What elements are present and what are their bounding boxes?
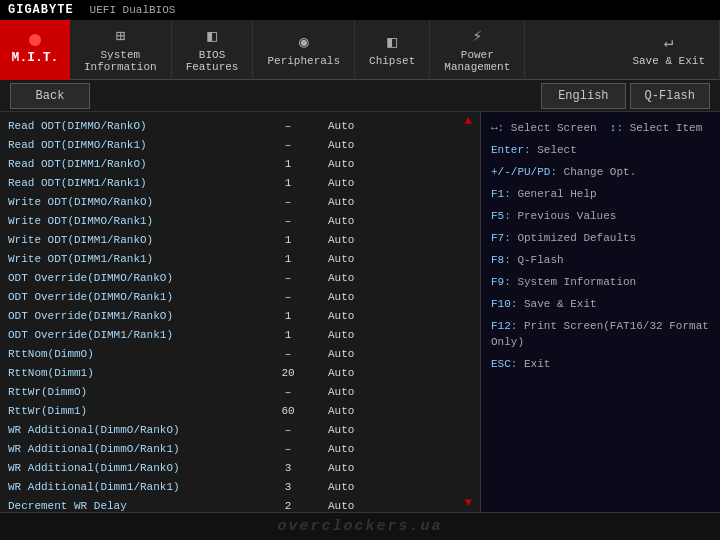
info-line: Enter: Select <box>491 142 710 158</box>
table-row[interactable]: ODT Override(DIMMO/Rank1) – Auto <box>0 287 480 306</box>
nav-chipset[interactable]: ◧ Chipset <box>355 20 430 80</box>
row-name: ODT Override(DIMM1/Rank1) <box>8 329 248 341</box>
row-setting: Auto <box>328 158 408 170</box>
row-setting: Auto <box>328 348 408 360</box>
nav-bios-features[interactable]: ◧ BIOSFeatures <box>172 20 254 80</box>
row-name: WR Additional(DimmO/Rank1) <box>8 443 248 455</box>
info-line: +/-/PU/PD: Change Opt. <box>491 164 710 180</box>
row-value: 3 <box>248 481 328 493</box>
row-value: 20 <box>248 367 328 379</box>
nav-power-management[interactable]: ⚡ PowerManagement <box>430 20 525 80</box>
info-line: F12: Print Screen(FAT16/32 Format Only) <box>491 318 710 350</box>
table-row[interactable]: Write ODT(DIMMO/RankO) – Auto <box>0 192 480 211</box>
row-value: 1 <box>248 253 328 265</box>
table-row[interactable]: ODT Override(DIMM1/RankO) 1 Auto <box>0 306 480 325</box>
table-row[interactable]: WR Additional(Dimm1/Rank1) 3 Auto <box>0 477 480 496</box>
row-value: 1 <box>248 177 328 189</box>
back-button[interactable]: Back <box>10 83 90 109</box>
peripherals-icon: ◉ <box>299 32 309 52</box>
table-row[interactable]: Decrement WR Delay 2 Auto <box>0 496 480 512</box>
row-name: Write ODT(DIMM1/RankO) <box>8 234 248 246</box>
row-setting: Auto <box>328 424 408 436</box>
row-setting: Auto <box>328 177 408 189</box>
mit-label: M.I.T. <box>12 50 59 65</box>
table-row[interactable]: Read ODT(DIMMO/RankO) – Auto <box>0 116 480 135</box>
power-icon: ⚡ <box>472 26 482 46</box>
info-line: F1: General Help <box>491 186 710 202</box>
info-line: F7: Optimized Defaults <box>491 230 710 246</box>
info-line: ↔: Select Screen ↕: Select Item <box>491 120 710 136</box>
table-row[interactable]: Write ODT(DIMMO/Rank1) – Auto <box>0 211 480 230</box>
scroll-up-indicator: ▲ <box>465 114 472 128</box>
table-row[interactable]: WR Additional(DimmO/Rank1) – Auto <box>0 439 480 458</box>
table-row[interactable]: Read ODT(DIMM1/RankO) 1 Auto <box>0 154 480 173</box>
row-setting: Auto <box>328 405 408 417</box>
row-setting: Auto <box>328 443 408 455</box>
english-button[interactable]: English <box>541 83 625 109</box>
main-content: ▲ Read ODT(DIMMO/RankO) – Auto Read ODT(… <box>0 112 720 512</box>
mit-button[interactable]: M.I.T. <box>0 20 70 80</box>
row-value: – <box>248 291 328 303</box>
table-row[interactable]: RttWr(DimmO) – Auto <box>0 382 480 401</box>
row-value: – <box>248 272 328 284</box>
row-name: Read ODT(DIMMO/RankO) <box>8 120 248 132</box>
info-line: F9: System Information <box>491 274 710 290</box>
dual-bios-label: UEFI DualBIOS <box>90 4 176 16</box>
table-row[interactable]: Read ODT(DIMM1/Rank1) 1 Auto <box>0 173 480 192</box>
nav-peripherals[interactable]: ◉ Peripherals <box>253 20 355 80</box>
nav-peripherals-label: Peripherals <box>267 55 340 67</box>
row-value: – <box>248 215 328 227</box>
row-name: ODT Override(DIMMO/Rank1) <box>8 291 248 303</box>
row-name: WR Additional(DimmO/RankO) <box>8 424 248 436</box>
table-row[interactable]: ODT Override(DIMMO/RankO) – Auto <box>0 268 480 287</box>
row-value: – <box>248 120 328 132</box>
nav-save-exit-label: Save & Exit <box>632 55 705 67</box>
save-exit-icon: ↵ <box>664 32 674 52</box>
row-setting: Auto <box>328 291 408 303</box>
info-lines: ↔: Select Screen ↕: Select ItemEnter: Se… <box>491 120 710 372</box>
row-name: Read ODT(DIMM1/RankO) <box>8 158 248 170</box>
row-name: Write ODT(DIMM1/Rank1) <box>8 253 248 265</box>
row-setting: Auto <box>328 310 408 322</box>
table-row[interactable]: WR Additional(DimmO/RankO) – Auto <box>0 420 480 439</box>
row-name: WR Additional(Dimm1/Rank1) <box>8 481 248 493</box>
bios-features-icon: ◧ <box>207 26 217 46</box>
table-row[interactable]: RttNom(DimmO) – Auto <box>0 344 480 363</box>
nav-save-exit[interactable]: ↵ Save & Exit <box>618 20 720 80</box>
watermark: overclockers.ua <box>10 518 710 535</box>
row-name: RttNom(DimmO) <box>8 348 248 360</box>
table-row[interactable]: RttWr(Dimm1) 60 Auto <box>0 401 480 420</box>
table-row[interactable]: Write ODT(DIMM1/Rank1) 1 Auto <box>0 249 480 268</box>
row-name: ODT Override(DIMM1/RankO) <box>8 310 248 322</box>
row-setting: Auto <box>328 462 408 474</box>
nav-bios-features-label: BIOSFeatures <box>186 49 239 73</box>
row-value: – <box>248 139 328 151</box>
table-area: ▲ Read ODT(DIMMO/RankO) – Auto Read ODT(… <box>0 112 480 512</box>
table-row[interactable]: RttNom(Dimm1) 20 Auto <box>0 363 480 382</box>
row-setting: Auto <box>328 139 408 151</box>
table-rows: Read ODT(DIMMO/RankO) – Auto Read ODT(DI… <box>0 116 480 512</box>
nav-system-information-label: SystemInformation <box>84 49 157 73</box>
row-setting: Auto <box>328 272 408 284</box>
info-panel: ↔: Select Screen ↕: Select ItemEnter: Se… <box>480 112 720 512</box>
qflash-button[interactable]: Q-Flash <box>630 83 710 109</box>
row-value: 60 <box>248 405 328 417</box>
table-row[interactable]: Write ODT(DIMM1/RankO) 1 Auto <box>0 230 480 249</box>
row-name: Read ODT(DIMM1/Rank1) <box>8 177 248 189</box>
row-name: Write ODT(DIMMO/RankO) <box>8 196 248 208</box>
row-setting: Auto <box>328 253 408 265</box>
table-row[interactable]: WR Additional(Dimm1/RankO) 3 Auto <box>0 458 480 477</box>
row-name: Write ODT(DIMMO/Rank1) <box>8 215 248 227</box>
brand-logo: GIGABYTE <box>8 3 74 17</box>
mit-dot <box>29 34 41 46</box>
system-info-icon: ⊞ <box>115 26 125 46</box>
row-name: RttNom(Dimm1) <box>8 367 248 379</box>
table-row[interactable]: ODT Override(DIMM1/Rank1) 1 Auto <box>0 325 480 344</box>
row-name: RttWr(DimmO) <box>8 386 248 398</box>
nav-system-information[interactable]: ⊞ SystemInformation <box>70 20 172 80</box>
row-name: Decrement WR Delay <box>8 500 248 512</box>
table-row[interactable]: Read ODT(DIMMO/Rank1) – Auto <box>0 135 480 154</box>
row-value: 1 <box>248 234 328 246</box>
chipset-icon: ◧ <box>387 32 397 52</box>
row-setting: Auto <box>328 215 408 227</box>
